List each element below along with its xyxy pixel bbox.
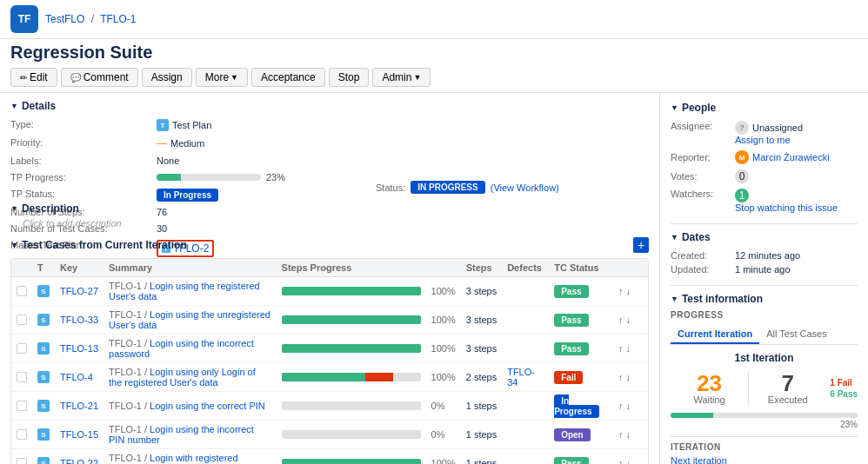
dates-collapse-icon[interactable]: ▼ — [671, 233, 678, 242]
row-summary-cell[interactable]: TFLO-1 / Login with registered fingerpri… — [103, 449, 277, 465]
updated-value: 1 minute ago — [735, 264, 858, 275]
col-progress: Steps Progress — [277, 259, 461, 277]
row-key-cell[interactable]: TFLO-22 — [55, 449, 103, 465]
row-pct-cell: 100% — [426, 335, 461, 363]
view-workflow-link[interactable]: (View Workflow) — [491, 182, 559, 193]
row-checkbox-cell[interactable] — [11, 277, 32, 306]
tp-progress-label: TP Progress: — [10, 170, 150, 184]
row-pct-cell: 100% — [426, 363, 461, 392]
iter-progress-pct: 23% — [671, 420, 858, 429]
people-collapse-icon[interactable]: ▼ — [671, 103, 678, 112]
row-checkbox-cell[interactable] — [11, 335, 32, 363]
row-progress-cell — [277, 335, 426, 363]
test-cases-collapse-icon[interactable]: ▼ — [10, 241, 18, 249]
row-arrows-cell[interactable]: ↑ ↓ — [613, 277, 648, 306]
description-collapse-icon[interactable]: ▼ — [10, 204, 18, 213]
breadcrumb-sep: / — [91, 13, 94, 25]
admin-button[interactable]: Admin ▼ — [372, 68, 431, 87]
row-key-cell[interactable]: TFLO-4 — [55, 363, 103, 392]
edit-button[interactable]: ✏ Edit — [10, 68, 57, 87]
row-defects-cell[interactable] — [502, 449, 549, 465]
more-button[interactable]: More ▼ — [196, 68, 248, 87]
test-info-collapse-icon[interactable]: ▼ — [671, 295, 678, 303]
row-arrows-cell[interactable]: ↑ ↓ — [613, 306, 648, 335]
row-defects-cell[interactable] — [502, 277, 549, 306]
reporter-avatar: M — [735, 150, 749, 164]
stop-button[interactable]: Stop — [329, 68, 370, 87]
row-summary-cell[interactable]: TFLO-1 / Login using the correct PIN — [103, 392, 277, 421]
tab-current-iteration[interactable]: Current Iteration — [671, 325, 759, 344]
more-dropdown-icon: ▼ — [230, 73, 238, 82]
row-progress-cell — [277, 363, 426, 392]
row-arrows-cell[interactable]: ↑ ↓ — [613, 421, 648, 449]
iter-progress-bar — [671, 413, 858, 418]
iteration-tabs: Current Iteration All Test Cases — [671, 325, 858, 345]
assign-button[interactable]: Assign — [142, 68, 192, 87]
acceptance-button[interactable]: Acceptance — [251, 68, 325, 87]
steps-value: 76 — [157, 205, 649, 219]
assignee-row: Assignee: ? Unassigned Assign to me — [671, 121, 858, 145]
row-key-cell[interactable]: TFLO-33 — [55, 306, 103, 335]
row-defects-cell[interactable] — [502, 421, 549, 449]
stop-watching-link[interactable]: Stop watching this issue — [735, 202, 858, 213]
row-arrows-cell[interactable]: ↑ ↓ — [613, 449, 648, 465]
row-pct-cell: 0% — [426, 421, 461, 449]
breadcrumb-root[interactable]: TestFLO — [45, 13, 84, 25]
row-defects-cell[interactable] — [502, 392, 549, 421]
row-summary-cell[interactable]: TFLO-1 / Login using the registered User… — [103, 277, 277, 306]
row-summary-cell[interactable]: TFLO-1 / Login using the incorrect PIN n… — [103, 421, 277, 449]
row-steps-cell: 3 steps — [461, 335, 502, 363]
votes-label: Votes: — [671, 171, 731, 182]
row-checkbox-cell[interactable] — [11, 392, 32, 421]
waiting-number: 23 — [671, 372, 748, 394]
result-badges: 1 Fail 6 Pass — [826, 378, 858, 399]
row-key-cell[interactable]: TFLO-21 — [55, 392, 103, 421]
col-type: T — [32, 259, 55, 277]
row-checkbox-cell[interactable] — [11, 363, 32, 392]
row-checkbox-cell[interactable] — [11, 306, 32, 335]
unassigned-icon: ? — [735, 121, 749, 135]
add-test-case-button[interactable]: + — [633, 237, 649, 253]
table-row: S TFLO-27 TFLO-1 / Login using the regis… — [11, 277, 648, 306]
row-progress-cell — [277, 277, 426, 306]
col-key: Key — [55, 259, 103, 277]
col-checkbox — [11, 259, 32, 277]
row-arrows-cell[interactable]: ↑ ↓ — [613, 363, 648, 392]
people-section-title: ▼ People — [671, 102, 858, 114]
row-arrows-cell[interactable]: ↑ ↓ — [613, 392, 648, 421]
row-key-cell[interactable]: TFLO-15 — [55, 421, 103, 449]
iter-progress-fill — [671, 413, 713, 418]
comment-icon: 💬 — [70, 73, 81, 83]
col-steps: Steps — [461, 259, 502, 277]
row-defects-cell[interactable]: TFLO-34 — [502, 363, 549, 392]
progress-label: PROGRESS — [671, 310, 858, 320]
row-defects-cell[interactable] — [502, 335, 549, 363]
tab-all-test-cases[interactable]: All Test Cases — [759, 325, 834, 344]
next-iteration-link[interactable]: Next iteration — [671, 455, 858, 464]
comment-button[interactable]: 💬 Comment — [61, 68, 138, 87]
row-summary-cell[interactable]: TFLO-1 / Login using only Login of the r… — [103, 363, 277, 392]
row-checkbox-cell[interactable] — [11, 449, 32, 465]
breadcrumb-item[interactable]: TFLO-1 — [100, 13, 136, 25]
test-info-section: ▼ Test information PROGRESS Current Iter… — [671, 293, 858, 464]
watchers-row: Watchers: 1 Stop watching this issue — [671, 189, 858, 213]
row-key-cell[interactable]: TFLO-13 — [55, 335, 103, 363]
row-summary-cell[interactable]: TFLO-1 / Login using the incorrect passw… — [103, 335, 277, 363]
created-label: Created: — [671, 250, 731, 261]
row-type-cell: S — [32, 335, 55, 363]
row-key-cell[interactable]: TFLO-27 — [55, 277, 103, 306]
row-pct-cell: 100% — [426, 449, 461, 465]
test-cases-section-title: Test Cases from Current Iteration — [22, 239, 187, 251]
iteration-title: 1st Iteration — [671, 352, 858, 364]
details-collapse-icon[interactable]: ▼ — [10, 102, 18, 110]
tp-progress-bar — [157, 174, 261, 181]
assign-me-link[interactable]: Assign to me — [735, 135, 858, 145]
row-type-cell: S — [32, 392, 55, 421]
row-arrows-cell[interactable]: ↑ ↓ — [613, 335, 648, 363]
row-type-cell: S — [32, 449, 55, 465]
row-summary-cell[interactable]: TFLO-1 / Login using the unregistered Us… — [103, 306, 277, 335]
table-header-row: T Key Summary Steps Progress Steps Defec… — [11, 259, 648, 277]
row-defects-cell[interactable] — [502, 306, 549, 335]
table-row: S TFLO-15 TFLO-1 / Login using the incor… — [11, 421, 648, 449]
row-checkbox-cell[interactable] — [11, 421, 32, 449]
